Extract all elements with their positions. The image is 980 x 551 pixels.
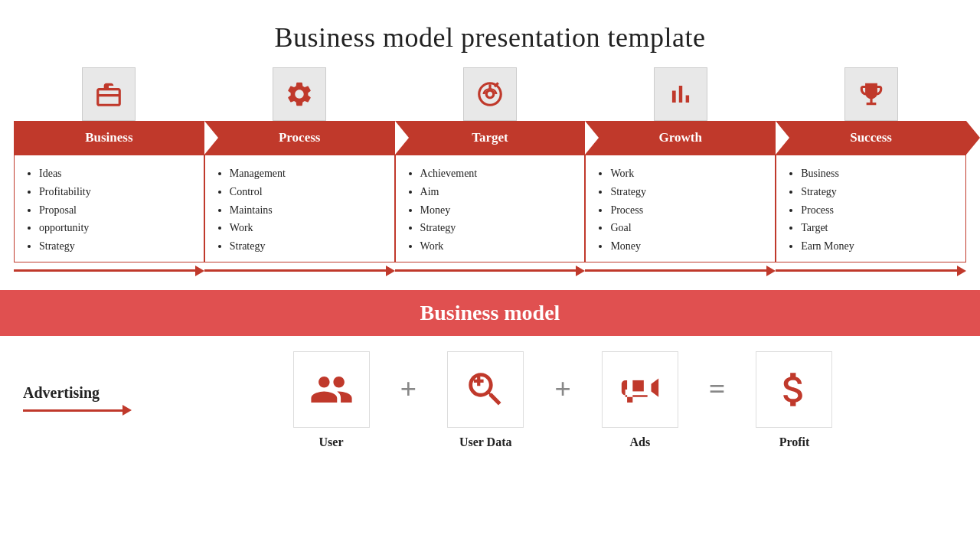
briefcase-icon [82, 67, 136, 121]
list-item: Goal [610, 219, 764, 237]
model-icon-label-profit: Profit [779, 435, 810, 449]
model-icon-label-user: User [319, 435, 344, 449]
list-item: Strategy [610, 183, 764, 201]
arrow-item-success: Success BusinessStrategyProcessTargetEar… [776, 67, 966, 276]
list-item: Strategy [420, 219, 574, 237]
list-item: Process [801, 201, 955, 220]
bottom-arrow-process [204, 262, 395, 276]
arrow-item-business: Business IdeasProfitabilityProposaloppor… [14, 67, 204, 276]
list-item: Strategy [39, 237, 193, 256]
arrow-label-target: Target [395, 121, 586, 155]
bottom-section: Business model Advertising User + User D… [0, 290, 980, 449]
operator-3: = [709, 372, 726, 429]
money-icon [756, 351, 832, 428]
list-item: Proposal [39, 201, 193, 220]
list-item: Work [610, 165, 764, 183]
bottom-arrow-success [776, 262, 966, 276]
advertising-row: Advertising User + User Data + Ads = Pro… [0, 336, 980, 449]
adv-arrow-line [23, 409, 122, 412]
list-item: opportunity [39, 219, 193, 237]
list-item: Money [610, 237, 764, 256]
content-list-growth: WorkStrategyProcessGoalMoney [596, 165, 764, 256]
list-item: Control [230, 183, 384, 201]
bottom-arrow-business [14, 262, 204, 276]
list-item: Management [230, 165, 384, 183]
list-item: Work [420, 237, 574, 256]
content-box-business: IdeasProfitabilityProposalopportunityStr… [14, 155, 204, 262]
users-icon [293, 351, 370, 428]
arrow-label-business: Business [14, 121, 204, 155]
list-item: Target [801, 219, 955, 237]
list-item: Money [420, 201, 574, 220]
list-item: Achievement [420, 165, 574, 183]
page-title: Business model presentation template [0, 0, 980, 67]
list-item: Profitability [39, 183, 193, 201]
arrow-label-growth: Growth [585, 121, 776, 155]
advertising-label: Advertising [23, 384, 100, 402]
content-list-target: AchievementAimMoneyStrategyWork [407, 165, 574, 256]
trophy-icon [844, 67, 898, 121]
list-item: Strategy [230, 237, 384, 256]
content-list-success: BusinessStrategyProcessTargetEarn Money [787, 165, 955, 256]
list-item: Aim [420, 183, 574, 201]
arrows-section: Business IdeasProfitabilityProposaloppor… [0, 67, 980, 276]
content-box-process: ManagementControlMaintainsWorkStrategy [204, 155, 395, 262]
megaphone-icon [602, 351, 678, 428]
arrow-item-target: Target AchievementAimMoneyStrategyWork [395, 67, 586, 276]
chart-icon [654, 67, 707, 121]
arrow-item-process: Process ManagementControlMaintainsWorkSt… [204, 67, 395, 276]
target-icon [463, 67, 517, 121]
list-item: Work [230, 219, 384, 237]
list-item: Strategy [801, 183, 955, 201]
model-icons-row: User + User Data + Ads = Profit [168, 351, 957, 449]
gear-icon [273, 67, 326, 121]
content-box-growth: WorkStrategyProcessGoalMoney [585, 155, 776, 262]
arrow-label-process: Process [204, 121, 395, 155]
list-item: Ideas [39, 165, 193, 183]
model-icon-item-ads: Ads [579, 351, 701, 449]
operator-1: + [400, 372, 417, 429]
model-icon-label-ads: Ads [629, 435, 650, 449]
advertising-label-col: Advertising [23, 384, 168, 416]
arrow-item-growth: Growth WorkStrategyProcessGoalMoney [585, 67, 776, 276]
arrow-label-success: Success [776, 121, 966, 155]
operator-2: + [554, 372, 571, 429]
search-users-icon [447, 351, 524, 428]
advertising-arrow [23, 405, 132, 416]
list-item: Process [610, 201, 764, 220]
business-model-bar: Business model [0, 290, 980, 336]
bottom-arrow-target [395, 262, 586, 276]
content-box-target: AchievementAimMoneyStrategyWork [395, 155, 586, 262]
model-icon-item-profit: Profit [733, 351, 855, 449]
content-box-success: BusinessStrategyProcessTargetEarn Money [776, 155, 966, 262]
list-item: Business [801, 165, 955, 183]
content-list-business: IdeasProfitabilityProposalopportunityStr… [25, 165, 193, 256]
adv-arrow-head [122, 405, 132, 416]
content-list-process: ManagementControlMaintainsWorkStrategy [216, 165, 384, 256]
model-icon-label-user-data: User Data [459, 435, 512, 449]
model-icon-item-user-data: User Data [424, 351, 547, 449]
bottom-arrow-growth [585, 262, 776, 276]
list-item: Earn Money [801, 237, 955, 256]
model-icon-item-user: User [270, 351, 393, 449]
list-item: Maintains [230, 201, 384, 220]
